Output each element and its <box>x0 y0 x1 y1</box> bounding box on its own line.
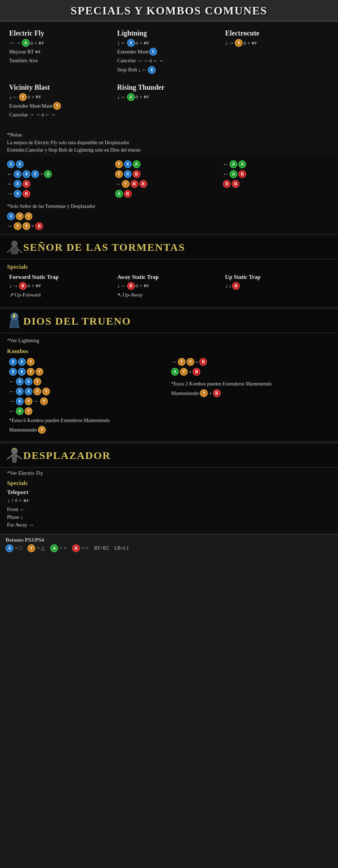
thunder-god-section: *Ver Lightning Kombos X X Y X X Y Y <box>0 333 338 441</box>
up-forward: Up-Forward <box>14 291 40 299</box>
l-o: ó <box>149 57 152 65</box>
lightning-title: Lightning <box>117 29 221 37</box>
rising-thunder-block: Rising Thunder ↓ ← A ó + RT <box>115 81 223 123</box>
forward-trap-line1: ↓ → B ó + RT <box>9 282 113 290</box>
btn-rt2: RT <box>35 48 41 56</box>
btn-a-rt: A <box>127 93 135 101</box>
btn-rt-l: RT <box>143 39 150 47</box>
away-trap-line2: ↖ Up-Away <box>117 291 221 299</box>
btn-x-ext: X <box>149 48 157 56</box>
storm-lord-icon <box>6 238 23 256</box>
legend-a-eq: = <box>60 545 62 551</box>
btn-rt-rt: RT <box>143 93 150 101</box>
storm-lord-section: Specials Forward Static Trap ↓ → B ó + R… <box>0 259 338 306</box>
electric-fly-line1: → → A ó + RT <box>9 39 113 47</box>
combo-col3: ← A A ← A B B B <box>223 159 331 199</box>
away-trap-line1: ↓ ← B ó + RT <box>117 282 221 290</box>
faraway-line: Far Away → <box>7 521 331 529</box>
t-combo-xxyy: X X Y Y <box>9 367 167 377</box>
electric-fly-line3: También Aire <box>9 57 113 65</box>
svg-rect-1 <box>11 247 18 254</box>
arr-d-rt: ↓ <box>117 93 120 101</box>
l-stopbolt: Stop Bolt <box>117 66 137 74</box>
solo-note: *Solo Señor de las Tormentas y Desplazad… <box>0 202 338 211</box>
legend-a: A = × <box>50 544 67 552</box>
combo-ryy-b: → Y Y + B <box>7 221 331 231</box>
desplazador-header: DESPLAZADOR <box>0 443 338 467</box>
thunder-col-right: → Y Y + B A Y + B *Estos 2 Kombos pueden… <box>169 356 331 437</box>
combo-col2: Y X A Y X B → Y B B <box>115 159 223 199</box>
vicinity-line2: Extender Mant Mant Y <box>9 102 113 110</box>
lightning-line4: Stop Bolt ↓ ← X <box>117 66 221 74</box>
phase-label: Phase <box>7 514 19 520</box>
away-trap-title: Away Static Trap <box>117 274 221 280</box>
legend-lb: LB=L1 <box>114 545 129 551</box>
top-moves-grid: Electric Fly → → A ó + RT Mejorar RT RT … <box>7 26 331 78</box>
phase-line: Phase ↓ <box>7 513 331 521</box>
combo-row-rxb: → X B <box>7 189 115 199</box>
t-extend-yb: Manteniendo Y + B <box>171 388 329 398</box>
thunder-ver-text: *Ver Lightning <box>7 337 39 345</box>
desplazador-icon <box>6 447 23 464</box>
legend-y: Y = △ <box>27 544 45 552</box>
thunder-god-header: DIOS DEL TRUENO <box>0 308 338 333</box>
legend-x: X = □ <box>6 544 22 552</box>
arr-r2: → <box>143 57 149 65</box>
front-label: Front <box>7 506 19 512</box>
thunder-extend-note2: *Estos 2 Kombos pueden Extenderse Manten… <box>171 379 329 399</box>
combo-row-bb: B B <box>223 179 331 189</box>
lightning-line2: Extender Mant X <box>117 48 221 56</box>
extra-combos: X Y Y → Y Y + B <box>0 211 338 235</box>
l-extender: Extender Mant <box>117 48 149 56</box>
top-moves-grid2: Vicinity Blast ↓ ← Y ó + RT Extender Man… <box>7 81 331 123</box>
desplazador-title: DESPLAZADOR <box>23 449 111 461</box>
lightning-line1: ↓ ← X ó + RT <box>117 39 221 47</box>
legend-lb-label: LB=L1 <box>114 545 129 551</box>
electric-fly-title: Electric Fly <box>9 29 113 37</box>
page-wrapper: SPECIALS Y KOMBOS COMUNES Electric Fly →… <box>0 0 338 554</box>
rt-text1: ó + <box>136 93 143 101</box>
legend-b: B = ○ <box>72 544 88 552</box>
electrocute-title: Electrocute <box>225 29 329 37</box>
arr-l2: ← <box>159 57 164 65</box>
away-trap-block: Away Static Trap ↓ ← B ó + RT ↖ Up-Away <box>115 273 223 301</box>
thunder-kombos-grid: X X Y X X Y Y ← X X Y <box>7 356 331 437</box>
svg-line-3 <box>18 249 21 253</box>
thunder-ver-note: *Ver Lightning <box>7 335 331 346</box>
ef-aire: También Aire <box>9 57 38 65</box>
ef-text1: ó + <box>30 39 37 47</box>
arrow-right2: → <box>15 39 21 47</box>
electric-fly-line2: Mejorar RT RT <box>9 48 113 56</box>
storm-lord-header: SEÑOR DE LAS TORMENTAS <box>0 235 338 259</box>
combo-grid: X X ← X X X + A ← X B <box>7 159 331 199</box>
legend-btn-b: B <box>72 544 80 552</box>
v-cancelar: Cancelar <box>9 111 28 119</box>
solo-note-text: *Solo Señor de las Tormentas y Desplazad… <box>7 204 95 209</box>
vicinity-blast-block: Vicinity Blast ↓ ← Y ó + RT Extender Man… <box>7 81 115 123</box>
legend-btn-x: X <box>6 544 13 552</box>
legend-b-eq: = <box>81 545 84 551</box>
btn-rt-v: RT <box>35 93 42 101</box>
teleport-block: Teleport ↓ ↑ ó + RT <box>7 489 331 504</box>
thunder-god-title: DIOS DEL TRUENO <box>23 315 131 327</box>
bottom-bar-title: Botones PS3/PS4 <box>6 537 332 543</box>
btn-x-stop: X <box>148 66 156 74</box>
storm-specials-label: Specials <box>7 261 331 271</box>
combo-col1: X X ← X X X + A ← X B <box>7 159 115 199</box>
up-away: Up-Away <box>123 291 143 299</box>
arr-l-vc2: ← <box>51 110 57 119</box>
btn-rt: RT <box>38 39 45 47</box>
btn-y-el: Y <box>235 39 243 47</box>
el-text: ó + <box>243 39 250 47</box>
btn-rt-el: RT <box>251 39 258 47</box>
arr-l1: ← <box>152 57 158 65</box>
up-trap-title: Up Static Trap <box>225 274 329 280</box>
forward-trap-block: Forward Static Trap ↓ → B ó + RT ↗ Up-Fo… <box>7 273 115 301</box>
arr-d: ↓ <box>138 66 141 74</box>
combo-row-rybb: → Y B B <box>115 179 223 189</box>
t-combo-lxxy: ← X X Y <box>9 377 167 387</box>
electrocute-line1: ↓ → Y ó + RT <box>225 39 329 47</box>
arr-r-vc1: → <box>29 110 34 119</box>
lightning-block: Lightning ↓ ← X ó + RT Extender Mant X C… <box>115 26 223 78</box>
vicinity-line1: ↓ ← Y ó + RT <box>9 93 113 101</box>
